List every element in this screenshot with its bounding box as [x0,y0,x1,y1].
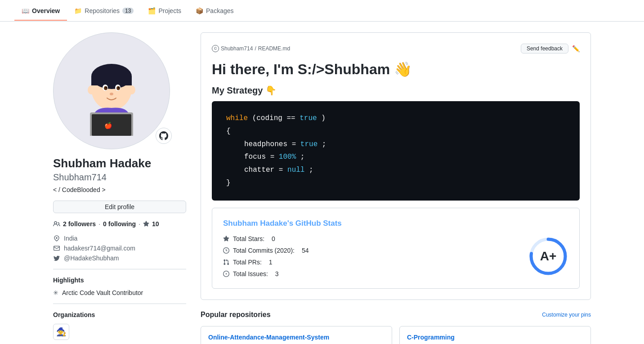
star-stats-icon [223,236,229,242]
code-line-4: focus = 100% ; [226,151,565,164]
svg-point-7 [106,87,107,89]
org-emoji: 🧙 [56,327,66,337]
issue-icon [223,271,229,277]
top-navigation: 📖 Overview 📁 Repositories 13 🗂️ Projects… [0,0,644,22]
repos-grid: Online-Attendance-Management-System PHP … [201,326,591,344]
prs-label: Total PRs: [233,259,262,266]
stats-card: Shubham Hadake's GitHub Stats Total Star… [212,208,580,289]
pr-icon [223,259,229,265]
main-content: © Shubham714 / README.md Send feedback ✏… [201,32,591,344]
stats-row-issues: Total Issues: 3 [223,270,309,277]
readme-strategy-heading: My Strategy 👇 [212,85,580,96]
readme-actions: Send feedback ✏️ [521,44,580,54]
grade-ring-svg [528,236,568,277]
sidebar: 🍎 Shubham Hadake Shubham714 < / CodeBloo… [53,32,186,344]
clock-icon [223,247,229,254]
profile-meta: India hadakesr714@gmail.com @HadakeShubh… [53,235,186,262]
email-item: hadakesr714@gmail.com [53,245,186,252]
profile-name: Shubham Hadake [53,156,186,170]
stats-row-stars: Total Stars: 0 [223,235,309,242]
profile-username: Shubham714 [53,172,186,183]
twitter-icon [53,255,60,262]
code-line-5: chatter = null ; [226,164,565,177]
arctic-icon: ✳ [53,289,58,296]
stats-title: Shubham Hadake's GitHub Stats [223,219,568,228]
repositories-badge: 13 [122,8,134,14]
highlight-text: Arctic Code Vault Contributor [62,289,143,296]
code-line-3: headphones = true ; [226,138,565,151]
grade-circle: A+ [528,236,568,277]
projects-icon: 🗂️ [148,7,156,14]
highlight-item: ✳ Arctic Code Vault Contributor [53,289,186,296]
twitter-item: @HadakeShubham [53,255,186,262]
repo-card-1: C-Programming C [399,326,591,344]
svg-point-9 [110,93,113,95]
repo-card-0: Online-Attendance-Management-System PHP [201,326,392,344]
star-icon [143,221,149,227]
tab-projects-label: Projects [158,7,181,14]
svg-rect-2 [91,76,132,85]
readme-breadcrumb: © Shubham714 / README.md [212,45,290,52]
email-text: hadakesr714@gmail.com [64,245,135,252]
stats-row-commits: Total Commits (2020): 54 [223,247,309,254]
svg-point-10 [88,85,95,94]
repo-name-0[interactable]: Online-Attendance-Management-System [208,334,385,341]
readme-header: © Shubham714 / README.md Send feedback ✏… [212,44,580,54]
stars-value: 0 [272,235,275,242]
divider-2 [53,304,186,304]
readme-card: © Shubham714 / README.md Send feedback ✏… [201,32,591,300]
popular-header: Popular repositories Customize your pins [201,311,591,319]
highlights-list: ✳ Arctic Code Vault Contributor [53,289,186,296]
followers-row: 2 followers · 0 following · 10 [53,220,186,228]
stats-list: Total Stars: 0 Total Commits (2020): 54 … [223,235,309,277]
overview-icon: 📖 [22,7,29,14]
email-icon [53,245,60,252]
tab-overview-label: Overview [32,7,60,14]
followers-count[interactable]: 2 followers [63,220,96,228]
profile-bio: < / CodeBlooded > [53,186,186,193]
popular-title: Popular repositories [201,311,271,319]
svg-point-11 [128,85,135,94]
edit-profile-button[interactable]: Edit profile [53,201,186,213]
stats-body: Total Stars: 0 Total Commits (2020): 54 … [223,235,568,277]
readme-greeting: Hi there, I'm S:/>Shubham 👋 [212,61,580,78]
commits-value: 54 [302,247,309,254]
issues-value: 3 [275,270,279,277]
tab-overview[interactable]: 📖 Overview [14,2,67,21]
avatar-wrap: 🍎 [53,32,186,149]
edit-pencil-icon[interactable]: ✏️ [572,45,580,52]
stars-label: Total Stars: [233,235,264,242]
github-badge [156,128,172,144]
readme-circle-icon: © [212,45,219,52]
tab-repositories[interactable]: 📁 Repositories 13 [67,2,141,21]
breadcrumb-user: Shubham714 [221,45,253,52]
code-line-6: } [226,177,565,190]
avatar: 🍎 [53,32,170,149]
issues-label: Total Issues: [233,270,268,277]
tab-packages-label: Packages [206,7,233,14]
repo-name-1[interactable]: C-Programming [407,334,583,341]
packages-icon: 📦 [196,7,203,14]
code-block: while (coding == true ) { headphones = t… [212,101,580,201]
prs-value: 1 [269,259,273,266]
repositories-icon: 📁 [74,7,82,14]
location-text: India [64,235,77,242]
following-count[interactable]: 0 following [103,220,136,228]
breadcrumb-file: README.md [258,45,290,52]
stars-count[interactable]: 10 [152,220,159,228]
code-line-1: while (coding == true ) [226,112,565,125]
send-feedback-button[interactable]: Send feedback [521,44,568,54]
org-avatar[interactable]: 🧙 [53,324,69,340]
organizations-title: Organizations [53,311,186,318]
tab-projects[interactable]: 🗂️ Projects [141,2,188,21]
highlights-title: Highlights [53,277,186,284]
tab-packages[interactable]: 📦 Packages [188,2,241,21]
people-icon [53,220,60,228]
code-line-2: { [226,125,565,138]
commits-label: Total Commits (2020): [233,247,295,254]
divider-1 [53,269,186,269]
nav-tabs: 📖 Overview 📁 Repositories 13 🗂️ Projects… [14,1,241,20]
avatar-illustration: 🍎 [67,46,157,136]
customize-pins-link[interactable]: Customize your pins [542,312,591,318]
strategy-emoji: 👇 [265,85,277,95]
